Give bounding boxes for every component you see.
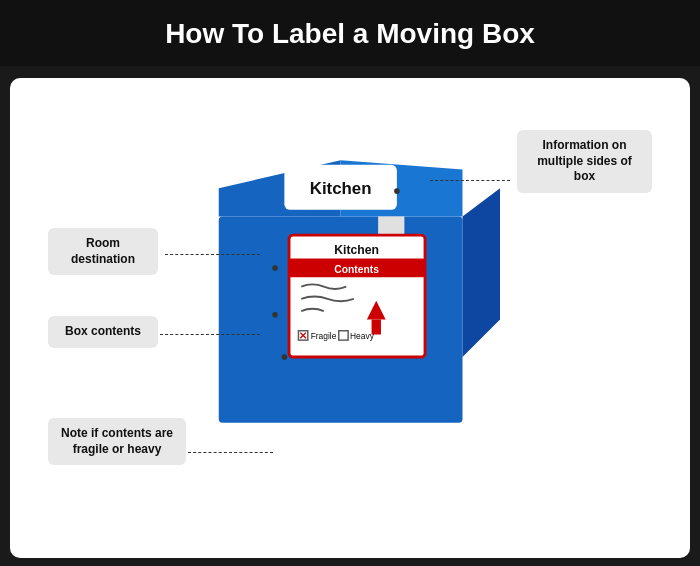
- box-scene: Kitchen Contents Kitchen Fragile: [200, 112, 500, 452]
- svg-rect-17: [339, 331, 348, 340]
- callout-contents: Box contents: [48, 316, 158, 348]
- svg-marker-1: [463, 188, 501, 357]
- svg-point-21: [282, 354, 288, 360]
- dashed-line-info: [430, 180, 510, 181]
- callout-info: Information on multiple sides of box: [517, 130, 652, 193]
- dashed-line-fragile: [188, 452, 273, 453]
- svg-text:Kitchen: Kitchen: [334, 243, 379, 257]
- svg-text:Contents: Contents: [334, 264, 379, 275]
- svg-point-19: [272, 265, 278, 271]
- page-title: How To Label a Moving Box: [20, 18, 680, 50]
- dashed-line-room: [165, 254, 260, 255]
- callout-fragile: Note if contents are fragile or heavy: [48, 418, 186, 465]
- box-illustration: Kitchen Contents Kitchen Fragile: [40, 102, 660, 492]
- main-card: Kitchen Contents Kitchen Fragile: [10, 78, 690, 558]
- svg-text:Fragile: Fragile: [311, 331, 337, 341]
- svg-point-22: [394, 188, 400, 194]
- svg-text:Kitchen: Kitchen: [310, 179, 372, 198]
- callout-room: Room destination: [48, 228, 158, 275]
- svg-point-20: [272, 312, 278, 318]
- page-header: How To Label a Moving Box: [0, 0, 700, 66]
- dashed-line-contents: [160, 334, 260, 335]
- svg-text:Heavy: Heavy: [350, 331, 375, 341]
